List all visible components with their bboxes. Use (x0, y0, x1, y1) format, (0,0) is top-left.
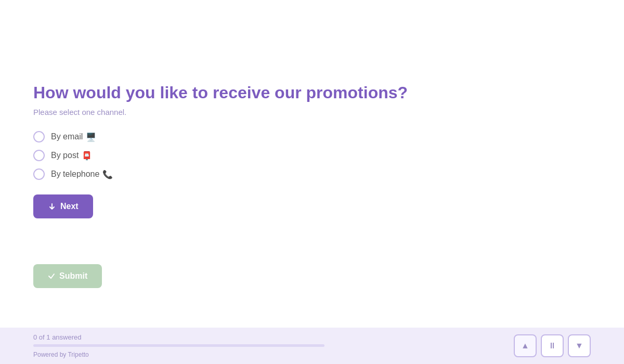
radio-email[interactable] (33, 131, 45, 142)
footer-bar: 0 of 1 answered Powered by Tripetto ▲ ⏸ … (0, 328, 624, 364)
question-subtitle: Please select one channel. (33, 108, 591, 116)
nav-next-icon: ▼ (575, 341, 583, 350)
options-list: By email 🖥️ By post 📮 By telephone 📞 (33, 131, 591, 180)
powered-by-label: Powered by Tripetto (33, 351, 324, 358)
next-button[interactable]: Next (33, 194, 93, 218)
option-telephone-label: By telephone 📞 (51, 170, 113, 179)
nav-pause-icon: ⏸ (548, 341, 556, 350)
submit-button[interactable]: Submit (33, 264, 102, 288)
footer-left: 0 of 1 answered Powered by Tripetto (33, 333, 324, 358)
option-email[interactable]: By email 🖥️ (33, 131, 591, 142)
submit-button-label: Submit (59, 271, 87, 281)
answered-text: 0 of 1 answered (33, 333, 324, 341)
radio-post[interactable] (33, 150, 45, 161)
next-button-label: Next (60, 202, 79, 211)
progress-bar-container (33, 344, 324, 347)
option-post[interactable]: By post 📮 (33, 150, 591, 161)
nav-prev-icon: ▲ (521, 341, 529, 350)
footer-right: ▲ ⏸ ▼ (514, 334, 591, 357)
nav-next-button[interactable]: ▼ (568, 334, 591, 357)
next-arrow-icon (48, 202, 56, 211)
submit-check-icon (48, 272, 55, 280)
option-post-label: By post 📮 (51, 151, 92, 161)
telephone-emoji: 📞 (102, 170, 113, 179)
radio-telephone[interactable] (33, 168, 45, 180)
email-emoji: 🖥️ (86, 132, 96, 142)
option-email-label: By email 🖥️ (51, 132, 96, 142)
option-telephone[interactable]: By telephone 📞 (33, 168, 591, 180)
nav-pause-button[interactable]: ⏸ (541, 334, 564, 357)
main-content: How would you like to receive our promot… (0, 0, 624, 328)
nav-prev-button[interactable]: ▲ (514, 334, 537, 357)
post-emoji: 📮 (82, 151, 92, 161)
question-title: How would you like to receive our promot… (33, 83, 591, 102)
